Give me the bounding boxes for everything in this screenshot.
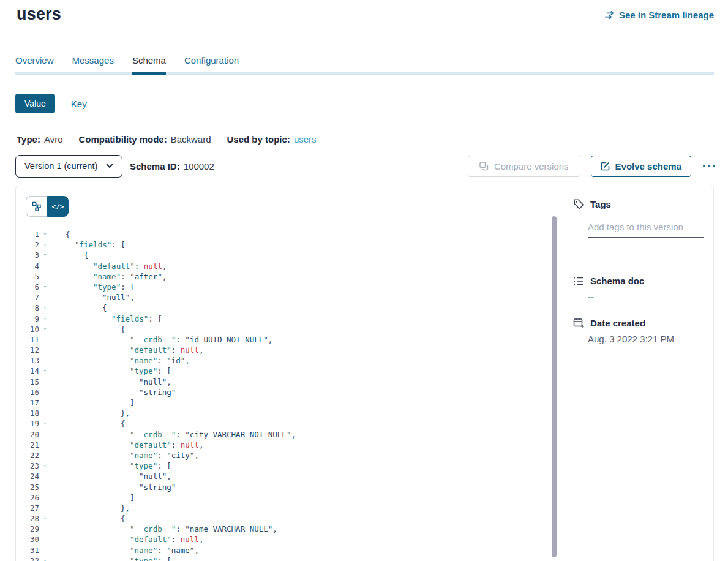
schema-id-value: 100002	[184, 161, 214, 171]
code-line: 2▾"fields": [	[16, 239, 554, 250]
fold-toggle-icon	[39, 524, 51, 534]
line-number: 9	[16, 314, 39, 324]
line-number: 32	[16, 555, 39, 561]
code-text: {	[51, 513, 126, 524]
fold-toggle-icon[interactable]: ▾	[39, 239, 51, 250]
tab-schema[interactable]: Schema	[132, 55, 166, 70]
fold-toggle-icon	[39, 334, 51, 345]
fold-toggle-icon[interactable]: ▾	[39, 250, 51, 260]
code-line: 24"null",	[16, 471, 554, 481]
line-number: 12	[16, 345, 39, 355]
line-number: 17	[16, 397, 39, 408]
code-text: {	[51, 229, 70, 239]
line-number: 10	[16, 324, 39, 334]
stream-lineage-label: See in Stream lineage	[619, 10, 714, 20]
fold-toggle-icon[interactable]: ▾	[39, 461, 51, 471]
tab-overview[interactable]: Overview	[15, 55, 54, 70]
code-text: "default": null,	[51, 534, 203, 544]
fold-toggle-icon[interactable]: ▾	[39, 229, 51, 239]
tab-configuration[interactable]: Configuration	[184, 55, 239, 70]
value-toggle-button[interactable]: Value	[15, 94, 55, 113]
tree-view-icon	[32, 201, 42, 211]
line-number: 13	[16, 355, 39, 366]
line-number: 5	[16, 271, 39, 282]
fold-toggle-icon[interactable]: ▾	[39, 513, 51, 524]
schema-code-editor[interactable]: 1▾{2▾"fields": [3▾{4"default": null,5"na…	[16, 229, 554, 561]
tree-view-button[interactable]	[26, 196, 47, 217]
fold-toggle-icon[interactable]: ▾	[39, 282, 51, 292]
more-options-button[interactable]	[702, 162, 716, 170]
fold-toggle-icon	[39, 408, 51, 418]
tags-input[interactable]	[588, 219, 704, 238]
code-line: 15"null",	[16, 377, 554, 387]
code-line: 4"default": null,	[16, 261, 554, 271]
line-number: 22	[16, 450, 39, 461]
code-line: 23▾"type": [	[16, 461, 554, 471]
topic-link[interactable]: users	[294, 134, 317, 145]
fold-toggle-icon[interactable]: ▾	[39, 555, 51, 561]
evolve-schema-label: Evolve schema	[615, 161, 681, 171]
code-text: "type": [	[51, 461, 171, 471]
fold-toggle-icon[interactable]: ▾	[39, 314, 51, 324]
line-number: 27	[16, 503, 39, 513]
code-line: 27},	[16, 503, 554, 513]
schema-details-sidebar: Tags Schema doc -- Date created	[563, 186, 713, 561]
compare-versions-button[interactable]: Compare versions	[468, 156, 580, 177]
line-number: 23	[16, 461, 39, 471]
schema-doc-icon	[573, 276, 584, 286]
ellipsis-icon	[703, 165, 705, 167]
page-title: users	[17, 5, 61, 24]
code-line: 28▾{	[16, 513, 554, 524]
tags-title: Tags	[590, 199, 611, 209]
fold-toggle-icon	[39, 545, 51, 555]
fold-toggle-icon[interactable]: ▾	[39, 324, 51, 334]
code-view-button[interactable]: </>	[47, 196, 69, 217]
code-line: 16"string"	[16, 387, 554, 397]
line-number: 2	[16, 239, 39, 250]
code-text: "name": "after",	[51, 271, 167, 282]
fold-toggle-icon[interactable]: ▾	[39, 366, 51, 376]
code-text: "type": [	[51, 555, 171, 561]
line-number: 8	[16, 303, 39, 313]
key-toggle-button[interactable]: Key	[71, 99, 87, 109]
code-text: "type": [	[51, 366, 171, 376]
code-line: 9▾"fields": [	[16, 314, 554, 324]
code-view-icon: </>	[52, 203, 64, 211]
type-value: Avro	[44, 134, 63, 145]
code-text: "fields": [	[51, 314, 162, 324]
version-action-row: Version 1 (current) Schema ID: 100002 Co…	[15, 154, 716, 178]
version-select[interactable]: Version 1 (current)	[15, 155, 122, 178]
fold-toggle-icon[interactable]: ▾	[39, 303, 51, 313]
code-text: ]	[51, 397, 135, 408]
fold-toggle-icon	[39, 450, 51, 461]
fold-toggle-icon	[39, 440, 51, 450]
code-line: 5"name": "after",	[16, 271, 554, 282]
code-line: 8▾{	[16, 303, 554, 313]
stream-lineage-link[interactable]: See in Stream lineage	[604, 10, 714, 20]
code-line: 19▾{	[16, 418, 554, 429]
evolve-schema-button[interactable]: Evolve schema	[591, 156, 691, 177]
used-by-topic-label: Used by topic:	[227, 134, 290, 145]
code-line: 14▾"type": [	[16, 366, 554, 376]
chevron-down-icon	[106, 164, 113, 168]
code-line: 30"default": null,	[16, 534, 554, 544]
fold-toggle-icon	[39, 503, 51, 513]
type-label: Type:	[17, 134, 40, 145]
fold-toggle-icon	[39, 471, 51, 481]
fold-toggle-icon[interactable]: ▾	[39, 418, 51, 429]
code-line: 22"name": "city",	[16, 450, 554, 461]
line-number: 26	[16, 492, 39, 503]
stream-lineage-icon	[604, 10, 615, 20]
line-number: 29	[16, 524, 39, 534]
code-text: {	[51, 324, 126, 334]
editor-scrollbar[interactable]	[552, 216, 557, 557]
code-text: "name": "name",	[51, 545, 199, 555]
code-text: "name": "id",	[51, 355, 190, 366]
tab-messages[interactable]: Messages	[72, 55, 114, 70]
tab-bar: Overview Messages Schema Configuration	[15, 55, 714, 75]
fold-toggle-icon	[39, 429, 51, 440]
line-number: 3	[16, 250, 39, 260]
compare-versions-icon	[479, 162, 489, 171]
line-number: 11	[16, 334, 39, 345]
schema-doc-title: Schema doc	[590, 276, 644, 286]
